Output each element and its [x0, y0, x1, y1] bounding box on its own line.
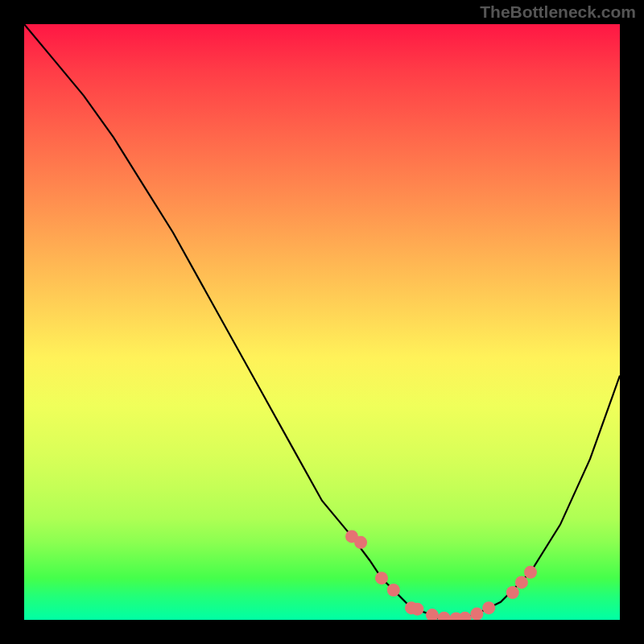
plot-area [24, 24, 620, 620]
marker-point [506, 586, 519, 599]
marker-point [375, 572, 388, 584]
marker-point [470, 608, 483, 620]
marker-point [354, 536, 367, 549]
marker-point [426, 609, 439, 620]
marker-point [482, 601, 495, 614]
chart-svg [24, 24, 620, 620]
marker-point [438, 612, 451, 620]
marker-point [411, 603, 423, 616]
curve-markers [345, 530, 537, 620]
marker-point [459, 612, 472, 620]
marker-point [387, 584, 400, 597]
watermark-text: TheBottleneck.com [480, 2, 636, 22]
marker-point [524, 566, 537, 579]
marker-point [515, 576, 528, 588]
bottleneck-curve [24, 24, 620, 620]
